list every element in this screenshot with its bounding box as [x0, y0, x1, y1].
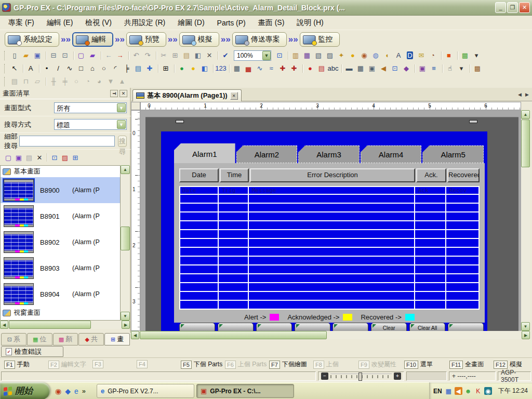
mail-icon[interactable]: ✉: [416, 50, 427, 61]
parts-stamp-icon[interactable]: ⊓: [21, 76, 31, 87]
quick-launch-ie-icon[interactable]: e: [74, 387, 78, 395]
system-settings-button[interactable]: 系統設定: [5, 32, 59, 47]
alarm-tab[interactable]: Alarm5: [422, 145, 484, 163]
next-screen-icon[interactable]: →: [115, 50, 125, 61]
text-tool-icon[interactable]: A: [25, 63, 36, 74]
menu-item[interactable]: 繪圖 (D): [171, 16, 210, 30]
screen-list-vertical-scrollbar[interactable]: ▲ ▼: [121, 165, 130, 321]
pin-panel-icon[interactable]: T: [110, 90, 118, 97]
window-screens-section[interactable]: 視窗畫面: [1, 307, 120, 318]
redo-icon[interactable]: ↷: [142, 50, 153, 61]
alarm-table-body[interactable]: DateTrigMessageAckRecov: [179, 186, 480, 310]
edit-attributes-icon[interactable]: ◧: [193, 50, 203, 61]
document-tab[interactable]: 基本 8900(Alarm (Page1)) ✕: [132, 89, 242, 101]
security-key-icon[interactable]: ✦: [336, 50, 347, 61]
close-panel-icon[interactable]: ✕: [119, 90, 127, 97]
function-key[interactable]: F5 下個 Parts: [181, 360, 222, 369]
zoom-level-select[interactable]: 100% ▼: [234, 50, 271, 61]
switch-parts-icon[interactable]: ●: [177, 63, 187, 74]
undo-icon[interactable]: ↶: [131, 50, 141, 61]
alarm-column-header[interactable]: Time: [220, 168, 249, 182]
fit-to-screen-icon[interactable]: ⊡: [274, 50, 285, 61]
function-key[interactable]: F4: [137, 360, 150, 368]
close-tab-icon[interactable]: ✕: [230, 92, 238, 100]
alarm-column-header[interactable]: Ack.: [416, 168, 446, 182]
screen-type-select[interactable]: 所有 ▼: [54, 102, 127, 113]
data-load-icon[interactable]: ▲: [117, 76, 127, 87]
new-file-icon[interactable]: ▯: [9, 50, 20, 61]
error-check-tab[interactable]: ✔ 檢查錯誤: [1, 346, 63, 357]
touch-input-icon[interactable]: ☝: [445, 63, 455, 74]
new-screen-button[interactable]: ▢: [3, 152, 14, 163]
alarm-tab[interactable]: Alarm4: [361, 145, 422, 163]
hide-icons-chevron-icon[interactable]: ◀: [455, 387, 462, 395]
zoom-in-button[interactable]: +: [394, 373, 401, 380]
lamp-parts-icon[interactable]: ●: [188, 63, 198, 74]
save-icon[interactable]: ▣: [32, 50, 43, 61]
window-parts-icon[interactable]: ◧: [200, 63, 210, 74]
alarm-panel[interactable]: DateTimeError DescriptionAck.Recovered D…: [174, 163, 485, 323]
scroll-right-icon[interactable]: ▶: [122, 321, 130, 329]
package-icon[interactable]: ▩: [460, 50, 470, 61]
remote-monitor-icon[interactable]: ⊡: [390, 63, 400, 74]
coil-icon[interactable]: ○: [71, 76, 82, 87]
transfer-project-button[interactable]: 傳送專案: [232, 32, 287, 47]
screen-tree-button[interactable]: ⊞: [70, 152, 81, 163]
simulation-button[interactable]: 模擬: [179, 32, 219, 47]
edit-button[interactable]: 編輯: [72, 32, 113, 47]
polyline-tool-icon[interactable]: ∿: [64, 63, 75, 74]
cut-icon[interactable]: ✂: [158, 50, 169, 61]
base-screens-section[interactable]: 基本畫面: [1, 166, 120, 177]
toolbar-overflow-icon[interactable]: ▾: [471, 50, 482, 61]
screen-list-item[interactable]: B8903 (Alarm (P: [1, 255, 120, 281]
screen-list-item[interactable]: B8901 (Alarm (P: [1, 203, 120, 229]
scroll-down-icon[interactable]: ▼: [121, 312, 130, 321]
zoom-dropdown-arrow-icon[interactable]: ▼: [262, 51, 271, 60]
menu-item[interactable]: 編輯 (E): [41, 16, 79, 30]
flip-vertical-icon[interactable]: ✚: [289, 63, 299, 74]
information-icon[interactable]: ●: [348, 50, 358, 61]
scroll-left-icon[interactable]: ◀: [131, 331, 139, 339]
menu-item[interactable]: Parts (P): [211, 17, 252, 29]
alarm-action-button[interactable]: [332, 323, 368, 331]
design-viewport[interactable]: Alarm1Alarm2Alarm3Alarm4Alarm5 DateTimeE…: [140, 110, 521, 331]
address-settings-icon[interactable]: ▥: [290, 50, 301, 61]
function-key[interactable]: F7 下個繪圖: [269, 360, 307, 369]
screen-list-item[interactable]: B8904 (Alarm (P: [1, 281, 120, 307]
sound-icon[interactable]: ◖: [382, 50, 392, 61]
scroll-left-icon[interactable]: ◀: [0, 321, 8, 329]
line-tool-icon[interactable]: /: [53, 63, 63, 74]
image-placement-icon[interactable]: ▤: [133, 63, 143, 74]
comment-list-icon[interactable]: ◍: [370, 50, 381, 61]
search-button[interactable]: 搜尋: [118, 136, 127, 147]
arc-tool-icon[interactable]: ◜: [110, 63, 121, 74]
text-display-icon[interactable]: abc: [328, 63, 338, 74]
alarm-action-button[interactable]: [179, 323, 215, 331]
detail-search-input[interactable]: [19, 136, 115, 147]
panel-tab[interactable]: ⊞ 畫: [104, 333, 130, 345]
device-monitor-icon[interactable]: ▦: [302, 50, 312, 61]
rectangle-tool-icon[interactable]: □: [76, 63, 86, 74]
numeric-display-icon[interactable]: 123: [216, 63, 226, 74]
preview-screen-button[interactable]: ⊡: [49, 152, 60, 163]
open-screen-icon[interactable]: ▰: [87, 50, 98, 61]
scheduler-icon[interactable]: ◔: [428, 50, 438, 61]
movie-player-icon[interactable]: ▣: [367, 63, 377, 74]
panel-tab[interactable]: ▩ 顏: [53, 333, 78, 345]
alarm-action-button[interactable]: [218, 323, 254, 331]
taskbar-task-2[interactable]: ▣ GP-Pro EX - C:\...: [196, 384, 294, 398]
flip-horizontal-icon[interactable]: ✚: [277, 63, 288, 74]
start-button[interactable]: 開始: [0, 382, 50, 399]
timer-off-icon[interactable]: ◕: [94, 76, 104, 87]
function-key[interactable]: F12 模擬: [494, 360, 522, 369]
print-icon[interactable]: ⊟: [48, 50, 59, 61]
address-label-icon[interactable]: ▱: [32, 76, 43, 87]
messenger-user-icon[interactable]: ☻: [464, 387, 472, 395]
delete-screen-button[interactable]: ✕: [34, 152, 45, 163]
scroll-up-icon[interactable]: ▲: [521, 110, 530, 119]
antivirus-icon[interactable]: K: [474, 387, 482, 395]
scroll-right-icon[interactable]: ▶: [522, 331, 530, 339]
panel-tab[interactable]: ⊡ 系: [1, 333, 26, 345]
canvas-vertical-scrollbar[interactable]: ▲ ▼: [521, 110, 530, 331]
alarm-action-button[interactable]: Clear: [371, 323, 407, 331]
